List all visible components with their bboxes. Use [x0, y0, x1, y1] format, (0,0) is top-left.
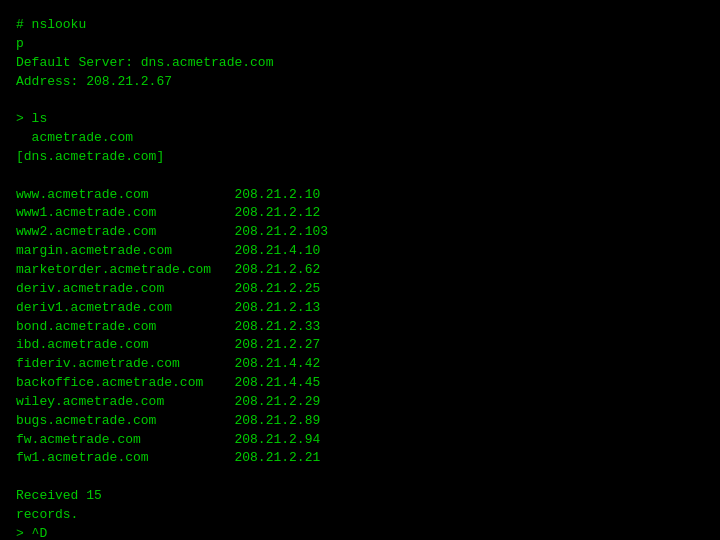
terminal-output: # nslooku p Default Server: dns.acmetrad… — [16, 16, 704, 540]
